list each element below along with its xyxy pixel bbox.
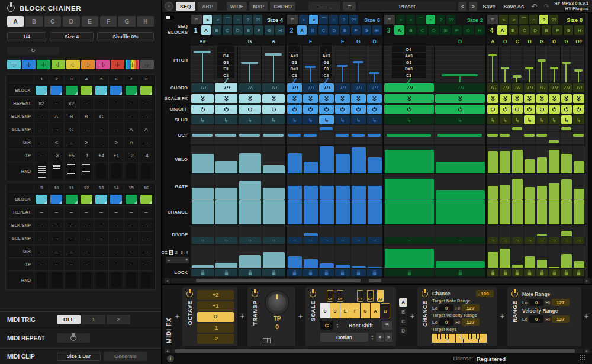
velo-bar[interactable] — [215, 161, 237, 173]
scale-key-a-sharp[interactable]: A# — [377, 290, 384, 302]
cc-bar[interactable] — [352, 266, 366, 268]
pitch-step[interactable] — [435, 46, 485, 82]
scroll-thumb-2[interactable] — [369, 279, 381, 282]
velo-bar[interactable] — [488, 151, 498, 173]
palette-swatch[interactable] — [22, 60, 36, 69]
chord-toggle[interactable] — [512, 83, 523, 92]
lane-block-chip[interactable]: D — [429, 25, 439, 35]
dir-cell[interactable]: – — [49, 245, 63, 257]
tab-seq[interactable]: SEQ — [176, 2, 195, 11]
slur-toggle[interactable]: ↳ — [239, 115, 261, 124]
gate-bar[interactable] — [525, 187, 535, 199]
chord-toggle[interactable] — [536, 83, 548, 92]
preset-prev-button[interactable]: < — [458, 2, 466, 11]
lane-size-label[interactable]: Size 6 — [364, 15, 382, 24]
pitch-step[interactable]: -A#3G3E3C3 — [318, 46, 334, 82]
repeat-cell[interactable]: x2 — [34, 97, 49, 109]
dir-cell[interactable]: < — [49, 136, 63, 149]
block-cell[interactable] — [124, 192, 139, 205]
fx-bank-a[interactable]: A — [399, 298, 407, 307]
scl-snp-cell[interactable]: – — [49, 123, 63, 136]
scale-fx-toggle[interactable] — [435, 94, 485, 103]
chance-bar[interactable] — [192, 199, 214, 224]
lane-direction-button[interactable]: > — [499, 15, 508, 24]
lane-block-chip[interactable]: D — [233, 25, 243, 35]
velo-bar[interactable] — [537, 157, 548, 173]
rnd-slider[interactable] — [139, 162, 153, 180]
palette-swatch[interactable] — [140, 60, 154, 69]
chord-toggle[interactable] — [561, 83, 572, 92]
oct-step[interactable] — [511, 125, 523, 145]
scale-key-b[interactable]: B — [381, 303, 390, 318]
velo-bar[interactable] — [263, 165, 285, 173]
slur-toggle[interactable]: ↳ — [262, 115, 285, 124]
scale-key-g[interactable]: G — [361, 303, 370, 318]
slur-toggle[interactable]: ↳ — [367, 115, 382, 124]
chance-bar[interactable] — [352, 199, 366, 224]
lane-block-chip[interactable]: A — [297, 25, 307, 35]
on-off-toggle[interactable] — [335, 105, 350, 114]
on-off-toggle[interactable] — [367, 105, 382, 114]
lock-toggle[interactable] — [561, 269, 572, 276]
repeat-cell[interactable]: – — [49, 97, 63, 109]
tp-cell[interactable]: +5 — [64, 149, 79, 162]
oct-step[interactable] — [487, 125, 498, 145]
velo-bar[interactable] — [320, 146, 334, 173]
divide-arrow-button[interactable]: → — [500, 237, 510, 244]
palette-swatch[interactable] — [7, 60, 21, 69]
on-off-toggle[interactable] — [262, 105, 285, 114]
rnd-slider[interactable] — [94, 162, 108, 180]
octave-value-plus1[interactable]: +1 — [197, 301, 234, 311]
block-tab-f[interactable]: F — [100, 16, 117, 27]
lock-toggle[interactable] — [191, 269, 214, 276]
chance-bar[interactable] — [561, 199, 572, 224]
lock-toggle[interactable] — [536, 269, 548, 276]
scale-fx-toggle[interactable] — [512, 94, 523, 103]
tnr-hi-value[interactable]: 127 — [462, 304, 480, 311]
scl-snp-cell[interactable]: – — [64, 232, 79, 244]
scale-fx-toggle[interactable] — [367, 94, 382, 103]
lane-direction-button[interactable]: ? — [436, 15, 445, 24]
scale-fx-toggle[interactable] — [303, 94, 318, 103]
palette-swatch[interactable] — [81, 60, 95, 69]
oct-step[interactable] — [334, 125, 350, 145]
block-tab-b[interactable]: B — [25, 16, 42, 27]
on-off-toggle[interactable] — [351, 105, 366, 114]
cc-bar[interactable] — [436, 261, 485, 268]
repeat-cell[interactable]: – — [139, 97, 153, 109]
repeat-cell[interactable]: x2 — [64, 97, 79, 109]
chance-bar[interactable] — [263, 199, 285, 224]
scl-snp-cell[interactable]: – — [108, 123, 123, 136]
dir-cell[interactable]: – — [139, 136, 153, 149]
rnd-slider[interactable] — [124, 162, 139, 180]
gate-bar[interactable] — [263, 188, 285, 199]
palette-swatch[interactable] — [111, 60, 124, 69]
lane-size-label[interactable]: Size 2 — [467, 15, 485, 24]
lane-direction-button[interactable]: ?? — [253, 15, 262, 24]
block-cell[interactable] — [64, 83, 79, 96]
tvr-lo-value[interactable]: 0 — [439, 318, 453, 326]
scale-fx-toggle[interactable] — [319, 94, 334, 103]
cc-bar[interactable] — [336, 265, 350, 268]
scroll-thumb[interactable] — [196, 279, 361, 282]
fx-bank-d[interactable]: D — [399, 327, 407, 335]
rnd-slider[interactable] — [124, 271, 139, 289]
lane-block-chip[interactable]: C — [318, 25, 328, 35]
on-off-toggle[interactable] — [319, 105, 334, 114]
scale-fx-toggle[interactable] — [487, 94, 498, 103]
on-off-toggle[interactable] — [573, 105, 584, 114]
chord-toggle[interactable] — [191, 83, 214, 92]
scale-next-button[interactable]: > — [385, 333, 392, 342]
tnr-lo-value[interactable]: 0 — [439, 304, 453, 311]
gate-bar[interactable] — [512, 179, 523, 199]
chord-note[interactable]: G3 — [217, 59, 234, 65]
rnd-slider[interactable] — [49, 162, 63, 180]
on-off-toggle[interactable] — [191, 105, 214, 114]
on-off-toggle[interactable] — [215, 105, 237, 114]
divide-arrow-button[interactable]: → — [192, 237, 214, 244]
lane-block-chip[interactable]: D — [329, 25, 339, 35]
octave-value-minus2[interactable]: -2 — [197, 334, 234, 344]
chord-note[interactable]: C3 — [288, 72, 300, 78]
block-cell[interactable] — [139, 83, 153, 96]
transpose-knob[interactable] — [266, 291, 288, 314]
